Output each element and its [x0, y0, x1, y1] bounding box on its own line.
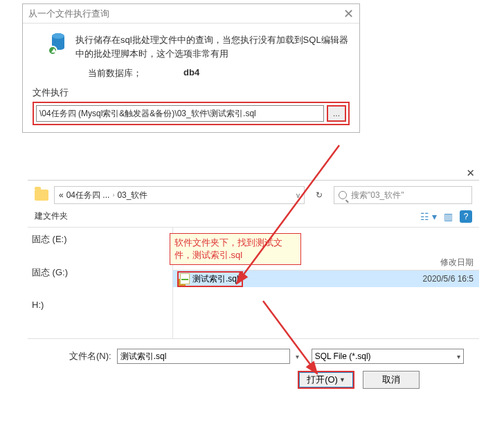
view-list-icon[interactable]: ▥ — [444, 211, 453, 222]
dialog-title: 从一个文件执行查询 — [28, 8, 109, 20]
close-icon[interactable]: ✕ — [343, 8, 354, 19]
open-button[interactable]: 打开(O) ▼ — [298, 371, 354, 389]
breadcrumb[interactable]: « 04任务四 ... › 03_软件 v — [54, 186, 305, 204]
help-button[interactable]: ? — [460, 210, 472, 223]
execute-from-file-dialog: 从一个文件执行查询 ✕ 执行储存在sql批处理文件中的查询，当您执行没有加载到S… — [22, 3, 360, 133]
file-path-input[interactable] — [36, 105, 324, 122]
file-highlight-box: 测试索引.sql — [177, 271, 243, 287]
current-db-value: db4 — [183, 67, 199, 80]
drive-item[interactable]: 固态 (G:) — [28, 264, 172, 282]
search-icon — [339, 191, 347, 199]
drive-item[interactable]: 固态 (E:) — [28, 230, 172, 248]
database-icon — [49, 33, 67, 54]
bottom-controls: 文件名(N): ▾ SQL File (*.sql) ▾ 打开(O) ▼ 取消 — [28, 338, 479, 401]
file-row[interactable]: 测试索引.sql 2020/5/6 16:5 — [173, 270, 479, 287]
sidebar-item-label: H:) — [32, 300, 44, 310]
refresh-button[interactable]: ↻ — [310, 186, 328, 204]
breadcrumb-part2: 03_软件 — [117, 190, 147, 201]
search-input[interactable]: 搜索"03_软件" — [334, 186, 472, 204]
breadcrumb-part1: 04任务四 ... — [66, 190, 110, 201]
sql-file-icon — [180, 273, 190, 284]
sidebar-item-label: 固态 (E:) — [32, 233, 67, 246]
view-details-icon[interactable]: ☷ ▾ — [420, 211, 437, 222]
search-placeholder: 搜索"03_软件" — [351, 190, 404, 201]
file-date: 2020/5/6 16:5 — [389, 274, 479, 284]
breadcrumb-prefix: « — [59, 190, 64, 200]
filetype-value: SQL File (*.sql) — [315, 351, 371, 361]
chevron-right-icon: › — [112, 192, 114, 199]
chevron-down-icon[interactable]: ▾ — [296, 353, 299, 360]
file-exec-label: 文件执行 — [33, 86, 350, 99]
chevron-down-icon: ▼ — [339, 376, 345, 383]
drive-item[interactable]: H:) — [28, 297, 172, 313]
dialog-titlebar: 从一个文件执行查询 ✕ — [23, 4, 359, 24]
folder-icon — [35, 190, 48, 201]
chevron-down-icon[interactable]: v — [296, 192, 300, 199]
file-open-dialog: + « 04任务四 ... › 03_软件 v ↻ 搜索"03_软件" 建文件夹… — [28, 180, 479, 401]
sidebar-item-label: 固态 (G:) — [32, 266, 68, 279]
path-row-highlight: … — [33, 102, 350, 125]
new-folder-link[interactable]: 建文件夹 — [35, 210, 68, 222]
dialog-message: 执行储存在sql批处理文件中的查询，当您执行没有加载到SQL编辑器中的批处理脚本… — [75, 33, 350, 60]
refresh-icon: ↻ — [316, 190, 323, 200]
browse-button[interactable]: … — [327, 105, 346, 122]
address-bar-row: « 04任务四 ... › 03_软件 v ↻ 搜索"03_软件" — [28, 181, 479, 205]
ellipsis-icon: … — [333, 109, 341, 118]
toolbar: 建文件夹 ☷ ▾ ▥ ? — [28, 205, 479, 228]
filename-input[interactable] — [117, 349, 290, 364]
current-db-label: 当前数据库； — [88, 67, 142, 80]
cancel-button-label: 取消 — [382, 374, 400, 386]
col-date-header[interactable]: 修改日期 — [389, 257, 479, 268]
filename-label: 文件名(N): — [69, 350, 111, 363]
close-icon[interactable]: + — [461, 163, 480, 182]
filetype-select[interactable]: SQL File (*.sql) ▾ — [312, 349, 464, 364]
drive-sidebar: 固态 (E:) 固态 (G:) H:) — [28, 228, 173, 338]
file-name: 测试索引.sql — [192, 273, 239, 285]
help-icon: ? — [464, 212, 469, 221]
chevron-down-icon: ▾ — [457, 353, 460, 360]
callout-annotation: 软件文件夹下，找到测试文件，测试索引.sql — [170, 233, 301, 265]
open-button-label: 打开(O) — [307, 374, 338, 386]
callout-text: 软件文件夹下，找到测试文件，测试索引.sql — [174, 237, 282, 260]
cancel-button[interactable]: 取消 — [363, 371, 420, 389]
